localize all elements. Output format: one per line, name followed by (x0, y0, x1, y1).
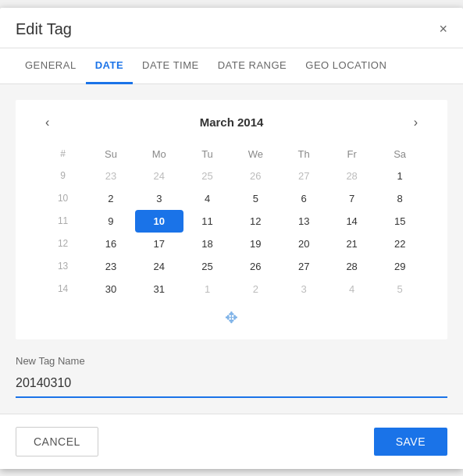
col-header-su: Su (87, 144, 135, 165)
week-number: 14 (39, 278, 87, 300)
calendar-day[interactable]: 7 (328, 187, 376, 210)
calendar-day[interactable]: 20 (280, 233, 328, 255)
calendar-day[interactable]: 24 (135, 165, 183, 187)
calendar-day[interactable]: 21 (328, 233, 376, 255)
week-number: 11 (39, 210, 87, 233)
calendar-day[interactable]: 25 (183, 165, 231, 187)
save-button[interactable]: SAVE (374, 428, 447, 456)
month-year-label: March 2014 (200, 115, 264, 129)
calendar-day[interactable]: 4 (183, 187, 231, 210)
calendar-day[interactable]: 19 (231, 233, 280, 255)
edit-tag-modal: Edit Tag × GENERAL DATE DATE TIME DATE R… (0, 8, 463, 469)
col-header-tu: Tu (183, 144, 231, 165)
calendar-day[interactable]: 9 (87, 210, 135, 233)
calendar-day[interactable]: 30 (87, 278, 135, 300)
calendar-day[interactable]: 16 (87, 233, 135, 255)
col-header-week: # (39, 144, 87, 165)
calendar-day[interactable]: 3 (280, 278, 328, 300)
calendar-day[interactable]: 3 (135, 187, 183, 210)
cancel-button[interactable]: CANCEL (16, 427, 98, 456)
tab-general[interactable]: GENERAL (16, 48, 86, 84)
calendar-day[interactable]: 1 (183, 278, 231, 300)
modal-footer: CANCEL SAVE (0, 414, 463, 469)
calendar-day[interactable]: 2 (87, 187, 135, 210)
tag-name-field: New Tag Name (16, 355, 447, 398)
col-header-fr: Fr (328, 144, 376, 165)
modal-body: ‹ March 2014 › # Su Mo Tu We Th Fr Sa (0, 84, 463, 414)
modal-header: Edit Tag × (0, 8, 463, 48)
col-header-sa: Sa (376, 144, 424, 165)
calendar-day[interactable]: 27 (280, 255, 328, 278)
tag-name-input[interactable] (16, 370, 447, 398)
calendar-day[interactable]: 14 (328, 210, 376, 233)
calendar-day[interactable]: 12 (231, 210, 280, 233)
calendar-day[interactable]: 13 (280, 210, 328, 233)
close-button[interactable]: × (439, 22, 447, 36)
calendar-day[interactable]: 27 (280, 165, 328, 187)
calendar-day[interactable]: 23 (87, 165, 135, 187)
tab-bar: GENERAL DATE DATE TIME DATE RANGE GEO LO… (0, 48, 463, 84)
calendar-day[interactable]: 28 (328, 255, 376, 278)
calendar-grid: # Su Mo Tu We Th Fr Sa 92324252627281102… (39, 144, 424, 300)
calendar-day[interactable]: 5 (376, 278, 424, 300)
calendar-day[interactable]: 10 (135, 210, 183, 233)
calendar-day[interactable]: 5 (231, 187, 280, 210)
field-label: New Tag Name (16, 355, 447, 367)
week-number: 9 (39, 165, 87, 187)
tab-date[interactable]: DATE (86, 48, 133, 84)
week-number: 13 (39, 255, 87, 278)
calendar-day[interactable]: 25 (183, 255, 231, 278)
calendar-day[interactable]: 1 (376, 165, 424, 187)
col-header-th: Th (280, 144, 328, 165)
calendar-footer: ✥ (39, 308, 424, 327)
calendar: ‹ March 2014 › # Su Mo Tu We Th Fr Sa (16, 100, 447, 339)
prev-month-button[interactable]: ‹ (39, 112, 55, 133)
calendar-day[interactable]: 6 (280, 187, 328, 210)
calendar-day[interactable]: 28 (328, 165, 376, 187)
calendar-day[interactable]: 17 (135, 233, 183, 255)
calendar-day[interactable]: 26 (231, 165, 280, 187)
tab-geolocation[interactable]: GEO LOCATION (296, 48, 396, 84)
col-header-mo: Mo (135, 144, 183, 165)
calendar-day[interactable]: 23 (87, 255, 135, 278)
modal-title: Edit Tag (16, 20, 72, 38)
calendar-day[interactable]: 29 (376, 255, 424, 278)
calendar-day[interactable]: 8 (376, 187, 424, 210)
calendar-day[interactable]: 22 (376, 233, 424, 255)
calendar-day[interactable]: 2 (231, 278, 280, 300)
col-header-we: We (231, 144, 280, 165)
calendar-day[interactable]: 11 (183, 210, 231, 233)
tab-datetime[interactable]: DATE TIME (133, 48, 208, 84)
week-number: 12 (39, 233, 87, 255)
calendar-day[interactable]: 31 (135, 278, 183, 300)
calendar-day[interactable]: 24 (135, 255, 183, 278)
calendar-day[interactable]: 15 (376, 210, 424, 233)
calendar-day[interactable]: 18 (183, 233, 231, 255)
calendar-day[interactable]: 4 (328, 278, 376, 300)
move-icon[interactable]: ✥ (225, 308, 238, 327)
next-month-button[interactable]: › (408, 112, 424, 133)
week-number: 10 (39, 187, 87, 210)
calendar-day[interactable]: 26 (231, 255, 280, 278)
calendar-header: ‹ March 2014 › (39, 112, 424, 133)
tab-daterange[interactable]: DATE RANGE (208, 48, 297, 84)
